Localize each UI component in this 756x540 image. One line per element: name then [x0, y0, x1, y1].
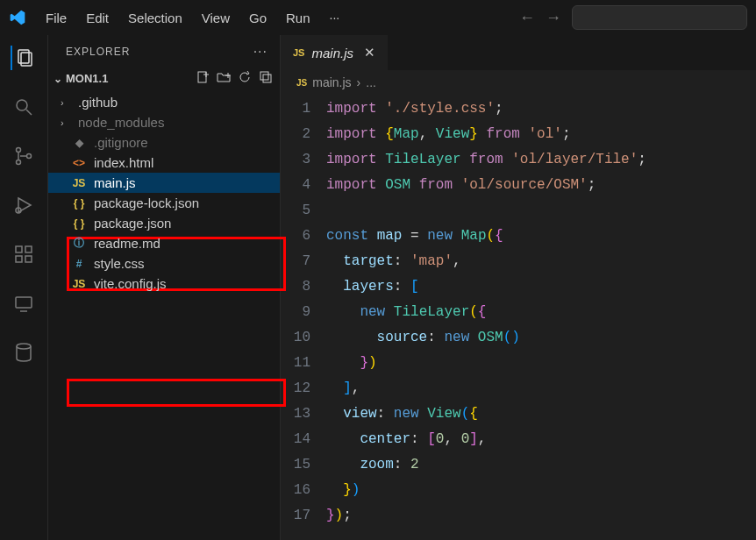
titlebar: FileEditSelectionViewGoRun ··· ← →: [0, 0, 756, 35]
extensions-icon[interactable]: [11, 242, 36, 266]
js-icon: JS: [71, 177, 87, 189]
chevron-right-icon: ›: [61, 117, 71, 128]
tab-label: main.js: [311, 46, 353, 60]
menu-go[interactable]: Go: [240, 7, 275, 29]
database-icon[interactable]: [11, 340, 36, 365]
editor-area: JS main.js ✕ JS main.js › ... 1234567891…: [281, 35, 756, 540]
explorer-sidebar: EXPLORER ··· ⌄ MON1.1 ›.github›node_modu…: [48, 35, 281, 540]
new-file-icon[interactable]: [196, 70, 210, 87]
svg-rect-12: [25, 246, 32, 252]
svg-rect-22: [263, 75, 271, 82]
svg-line-3: [26, 110, 32, 115]
chevron-right-icon: ›: [61, 97, 71, 108]
svg-point-6: [27, 154, 32, 159]
tab-main-js[interactable]: JS main.js ✕: [281, 35, 389, 70]
js-icon: JS: [71, 278, 87, 290]
menu-overflow-icon[interactable]: ···: [321, 7, 349, 28]
svg-rect-16: [198, 72, 206, 82]
code-lines: import './style.css';import {Map, View} …: [326, 96, 756, 540]
close-icon[interactable]: ✕: [364, 45, 375, 60]
explorer-more-icon[interactable]: ···: [253, 44, 267, 60]
json-icon: { }: [71, 217, 87, 230]
tree-item-node-modules[interactable]: ›node_modules: [48, 112, 280, 132]
file-tree: ›.github›node_modules◆.gitignore<>index.…: [48, 90, 280, 294]
breadcrumb[interactable]: JS main.js › ...: [281, 70, 756, 95]
search-icon[interactable]: [11, 95, 36, 119]
source-control-icon[interactable]: [11, 144, 36, 168]
tree-item--github[interactable]: ›.github: [48, 92, 280, 112]
explorer-icon[interactable]: [11, 46, 35, 70]
git-icon: ◆: [71, 137, 87, 149]
menu-run[interactable]: Run: [277, 7, 319, 29]
js-icon: JS: [293, 47, 304, 58]
menu-file[interactable]: File: [37, 7, 75, 29]
svg-marker-7: [18, 198, 31, 212]
tree-item-vite-config-js[interactable]: JSvite.config.js: [48, 274, 280, 294]
line-gutter: 1234567891011121314151617: [281, 96, 326, 540]
activity-bar: [0, 35, 48, 540]
new-folder-icon[interactable]: [217, 70, 231, 87]
json-icon: { }: [71, 197, 87, 210]
nav-back-icon[interactable]: ←: [519, 9, 535, 27]
explorer-title: EXPLORER: [66, 46, 130, 58]
tree-item-package-lock-json[interactable]: { }package-lock.json: [48, 193, 280, 213]
refresh-icon[interactable]: [238, 70, 252, 87]
js-icon: JS: [296, 78, 307, 88]
nav-forward-icon[interactable]: →: [546, 9, 561, 27]
breadcrumb-file: main.js: [312, 75, 351, 89]
breadcrumb-rest: ...: [366, 75, 376, 89]
tree-item-readme-md[interactable]: ⓘreadme.md: [48, 233, 280, 253]
folder-name: MON1.1: [66, 72, 108, 85]
tree-item--gitignore[interactable]: ◆.gitignore: [48, 132, 280, 153]
chevron-down-icon: ⌄: [53, 73, 62, 85]
svg-rect-13: [16, 297, 32, 308]
menu-selection[interactable]: Selection: [119, 7, 191, 29]
html-icon: <>: [71, 157, 87, 169]
menu-edit[interactable]: Edit: [77, 7, 118, 29]
svg-point-5: [17, 160, 21, 165]
css-icon: #: [71, 258, 87, 270]
svg-point-4: [17, 148, 21, 153]
folder-root[interactable]: ⌄ MON1.1: [48, 67, 280, 90]
menu-view[interactable]: View: [193, 7, 239, 29]
svg-rect-10: [16, 256, 22, 262]
remote-icon[interactable]: [11, 291, 36, 316]
vscode-logo-icon: [9, 9, 26, 26]
svg-rect-21: [260, 72, 268, 80]
svg-rect-9: [16, 246, 22, 252]
breadcrumb-sep: ›: [357, 75, 361, 89]
tree-item-package-json[interactable]: { }package.json: [48, 213, 280, 233]
svg-point-2: [17, 100, 27, 110]
collapse-all-icon[interactable]: [259, 70, 273, 87]
code-editor[interactable]: 1234567891011121314151617 import './styl…: [281, 95, 756, 540]
svg-rect-11: [25, 256, 32, 262]
info-icon: ⓘ: [71, 236, 87, 251]
tree-item-index-html[interactable]: <>index.html: [48, 153, 280, 173]
tree-item-style-css[interactable]: #style.css: [48, 253, 280, 274]
run-debug-icon[interactable]: [11, 193, 36, 217]
svg-point-15: [17, 344, 31, 349]
folder-actions: [196, 70, 273, 87]
tree-item-main-js[interactable]: JSmain.js: [48, 173, 280, 193]
tab-bar: JS main.js ✕: [281, 35, 756, 70]
command-center-input[interactable]: [572, 5, 747, 30]
